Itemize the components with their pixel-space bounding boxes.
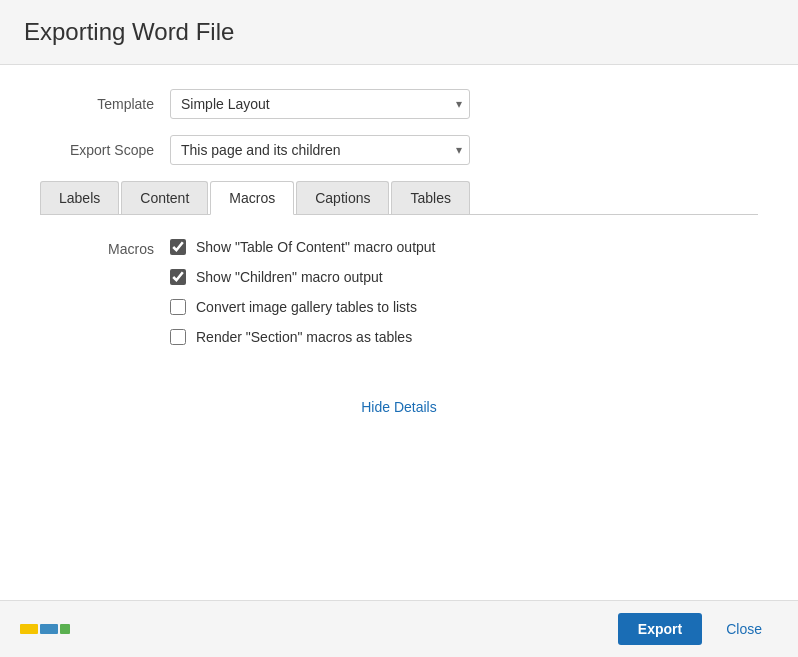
checkbox-section-macros[interactable] (170, 329, 186, 345)
dialog-header: Exporting Word File (0, 0, 798, 65)
logo-bar-blue (40, 624, 58, 634)
export-button[interactable]: Export (618, 613, 702, 645)
checkbox-list: Show "Table Of Content" macro output Sho… (170, 239, 436, 345)
checkbox-label-4[interactable]: Render "Section" macros as tables (196, 329, 412, 345)
tabs-container: Labels Content Macros Captions Tables (40, 181, 758, 215)
export-scope-label: Export Scope (40, 142, 170, 158)
tab-content-macros: Macros Show "Table Of Content" macro out… (40, 215, 758, 369)
tab-macros[interactable]: Macros (210, 181, 294, 215)
checkbox-item-2: Show "Children" macro output (170, 269, 436, 285)
dialog-footer: Export Close (0, 600, 798, 657)
close-button[interactable]: Close (710, 613, 778, 645)
footer-buttons: Export Close (618, 613, 778, 645)
export-scope-select-wrapper: This page and its children This page onl… (170, 135, 470, 165)
tab-labels[interactable]: Labels (40, 181, 119, 214)
tabs: Labels Content Macros Captions Tables (40, 181, 758, 214)
template-select[interactable]: Simple Layout Default Layout (170, 89, 470, 119)
tab-captions[interactable]: Captions (296, 181, 389, 214)
logo-bar-yellow (20, 624, 38, 634)
checkbox-item-3: Convert image gallery tables to lists (170, 299, 436, 315)
macros-label: Macros (40, 239, 170, 257)
tab-tables[interactable]: Tables (391, 181, 469, 214)
template-row: Template Simple Layout Default Layout (40, 89, 758, 119)
checkbox-image-gallery[interactable] (170, 299, 186, 315)
checkbox-item-4: Render "Section" macros as tables (170, 329, 436, 345)
dialog-body: Template Simple Layout Default Layout Ex… (0, 65, 798, 600)
checkbox-label-3[interactable]: Convert image gallery tables to lists (196, 299, 417, 315)
checkbox-children-macro[interactable] (170, 269, 186, 285)
export-scope-select[interactable]: This page and its children This page onl… (170, 135, 470, 165)
tab-content[interactable]: Content (121, 181, 208, 214)
checkbox-label-2[interactable]: Show "Children" macro output (196, 269, 383, 285)
logo-bar-green (60, 624, 70, 634)
template-select-wrapper: Simple Layout Default Layout (170, 89, 470, 119)
macros-section: Macros Show "Table Of Content" macro out… (40, 239, 758, 345)
checkbox-table-of-content[interactable] (170, 239, 186, 255)
export-dialog: Exporting Word File Template Simple Layo… (0, 0, 798, 657)
export-scope-row: Export Scope This page and its children … (40, 135, 758, 165)
footer-logo (20, 624, 70, 634)
checkbox-label-1[interactable]: Show "Table Of Content" macro output (196, 239, 436, 255)
dialog-title: Exporting Word File (24, 18, 774, 46)
template-label: Template (40, 96, 170, 112)
checkbox-item-1: Show "Table Of Content" macro output (170, 239, 436, 255)
hide-details-link[interactable]: Hide Details (40, 399, 758, 415)
